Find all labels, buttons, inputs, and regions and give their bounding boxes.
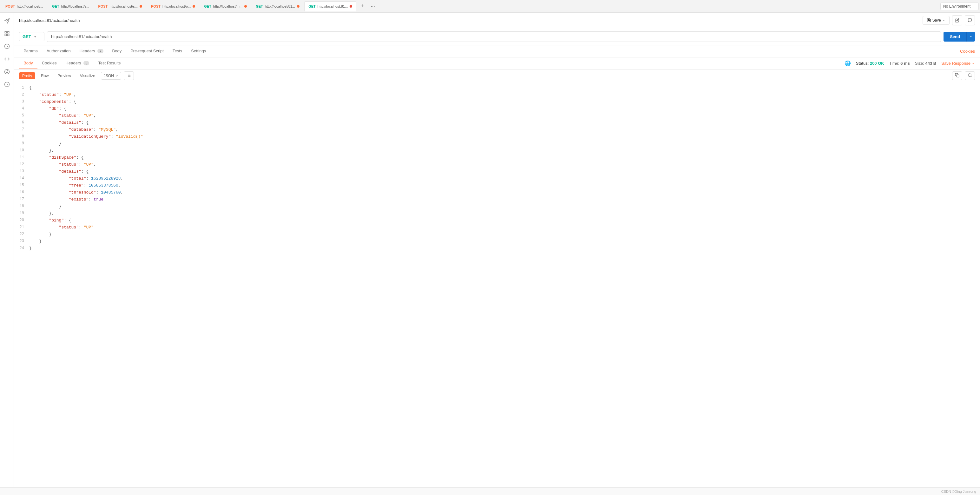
tab-7-dot (350, 5, 352, 8)
comment-button[interactable] (965, 15, 975, 25)
tab-3[interactable]: POST http://localhost/s... (94, 1, 146, 11)
method-select[interactable]: GET ▼ (19, 32, 45, 41)
tab-4[interactable]: POST http://localhost/o... (147, 1, 199, 11)
save-label: Save (932, 18, 941, 22)
tab-1[interactable]: POST http://localhost/... (1, 1, 47, 11)
code-line: 14 "total": 162895228928, (14, 175, 980, 183)
status-value: 200 OK (870, 61, 884, 66)
tab-6[interactable]: GET http://localhost/81... (251, 1, 304, 11)
resp-headers-badge: 5 (83, 61, 89, 65)
save-response-button[interactable]: Save Response (941, 61, 975, 66)
tab-7-url: http://localhost:81... (318, 5, 348, 8)
main-area: http://localhost:81/actuator/health Save… (0, 13, 980, 487)
filter-button[interactable] (124, 72, 134, 80)
resp-status-row: 🌐 Status: 200 OK Time: 6 ms Size: 443 B … (845, 60, 975, 66)
code-line: 4 "db": { (14, 106, 980, 113)
code-area[interactable]: 1{2 "status": "UP",3 "components": {4 "d… (14, 82, 980, 487)
tab-body[interactable]: Body (108, 45, 126, 57)
svg-rect-1 (7, 32, 9, 33)
code-line: 12 "status": "UP", (14, 161, 980, 169)
request-bar: http://localhost:81/actuator/health Save (14, 13, 980, 28)
clock-icon[interactable] (1, 79, 13, 90)
time-value: 6 ms (900, 61, 910, 66)
view-pretty-button[interactable]: Pretty (19, 72, 35, 79)
more-tabs-button[interactable]: ··· (368, 2, 377, 11)
url-input[interactable] (47, 32, 941, 42)
view-raw-button[interactable]: Raw (38, 72, 52, 79)
search-button[interactable] (965, 72, 975, 80)
tab-7-method: GET (309, 5, 316, 8)
cookies-link[interactable]: Cookies (960, 49, 975, 54)
tab-tests[interactable]: Tests (168, 45, 186, 57)
resp-tab-test-results[interactable]: Test Results (94, 57, 125, 69)
code-line: 5 "status": "UP", (14, 113, 980, 119)
send-chevron-button[interactable] (966, 32, 975, 41)
code-line: 22 } (14, 231, 980, 238)
tab-1-method: POST (5, 5, 15, 8)
tab-pre-request[interactable]: Pre-request Script (126, 45, 168, 57)
send-icon[interactable] (1, 15, 13, 27)
status-label: Status: 200 OK (856, 61, 884, 66)
code-line: 6 "details": { (14, 119, 980, 127)
resp-tab-headers[interactable]: Headers 5 (61, 57, 94, 69)
view-visualize-button[interactable]: Visualize (77, 72, 99, 79)
format-label: JSON (104, 73, 114, 78)
save-button[interactable]: Save (923, 16, 950, 25)
code-line: 24} (14, 245, 980, 252)
tab-6-url: http://localhost/81... (265, 5, 295, 8)
send-button[interactable]: Send (943, 32, 966, 41)
response-section: Body Cookies Headers 5 Test Results 🌐 St… (14, 57, 980, 487)
code-line: 3 "components": { (14, 99, 980, 106)
tab-1-url: http://localhost/... (17, 5, 43, 8)
tab-7[interactable]: GET http://localhost:81... (304, 1, 356, 11)
size-label: Size: 443 B (915, 61, 936, 66)
env-select[interactable]: No Environment (940, 3, 979, 10)
footer-text: CSDN ©Ding Jianrong (941, 490, 976, 493)
tab-authorization[interactable]: Authorization (42, 45, 75, 57)
svg-point-9 (7, 72, 8, 73)
resp-tab-cookies[interactable]: Cookies (37, 57, 61, 69)
content-area: http://localhost:81/actuator/health Save… (14, 13, 980, 487)
sidebar (0, 13, 14, 487)
code-icon[interactable] (1, 53, 13, 65)
tab-2-url: http://localhost/s... (61, 5, 89, 8)
cookie-icon[interactable] (1, 66, 13, 77)
tab-4-method: POST (151, 5, 161, 8)
resp-tools-right (952, 72, 975, 80)
tab-3-dot (140, 5, 142, 8)
tab-5-dot (244, 5, 247, 8)
edit-button[interactable] (952, 15, 962, 25)
view-preview-button[interactable]: Preview (54, 72, 74, 79)
code-line: 17 "exists": true (14, 196, 980, 204)
tab-params[interactable]: Params (19, 45, 42, 57)
tab-2[interactable]: GET http://localhost/s... (48, 1, 93, 11)
history-icon[interactable] (1, 41, 13, 52)
svg-point-7 (7, 70, 8, 71)
resp-tab-body[interactable]: Body (19, 57, 37, 69)
code-line: 23 } (14, 238, 980, 245)
code-line: 13 "details": { (14, 169, 980, 175)
code-line: 11 "diskSpace": { (14, 154, 980, 161)
code-line: 21 "status": "UP" (14, 224, 980, 231)
url-row: GET ▼ Send (14, 28, 980, 45)
tab-6-method: GET (256, 5, 263, 8)
collection-icon[interactable] (1, 28, 13, 39)
env-selector-wrapper: No Environment (940, 3, 979, 10)
format-select[interactable]: JSON (101, 72, 121, 80)
footer: CSDN ©Ding Jianrong (0, 487, 980, 495)
svg-point-18 (968, 73, 971, 76)
svg-rect-17 (956, 75, 959, 77)
request-url-display: http://localhost:81/actuator/health (19, 18, 920, 23)
code-line: 2 "status": "UP", (14, 92, 980, 99)
tab-5[interactable]: GET http://localhost/m... (200, 1, 251, 11)
globe-icon: 🌐 (845, 60, 851, 66)
copy-button[interactable] (952, 72, 962, 80)
svg-point-5 (5, 70, 9, 74)
code-line: 20 "ping": { (14, 217, 980, 224)
tab-3-method: POST (98, 5, 108, 8)
method-label: GET (22, 34, 31, 39)
tab-settings[interactable]: Settings (186, 45, 210, 57)
svg-point-8 (6, 72, 7, 73)
tab-headers[interactable]: Headers 7 (75, 45, 108, 57)
add-tab-button[interactable]: + (358, 2, 367, 11)
